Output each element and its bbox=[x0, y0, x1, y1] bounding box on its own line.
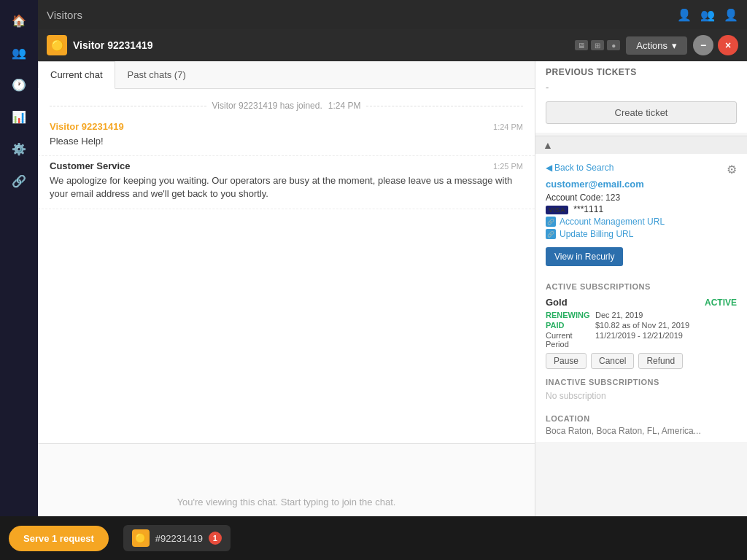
platform-icons: 🖥 ⊞ ● bbox=[575, 40, 620, 50]
chat-badge: 1 bbox=[209, 532, 222, 545]
account-management-link[interactable]: 🔗 Account Management URL bbox=[546, 217, 737, 227]
sidebar-icon-settings[interactable]: ⚙️ bbox=[6, 136, 32, 162]
system-message-time: 1:24 PM bbox=[328, 101, 361, 111]
actions-button[interactable]: Actions ▾ bbox=[626, 36, 687, 55]
account-code-value: 123 bbox=[605, 192, 620, 203]
chat-preview[interactable]: 🟡 #92231419 1 bbox=[123, 525, 231, 551]
card-number: ***1111 bbox=[573, 204, 603, 214]
chat-panel: Current chat Past chats (7) Visitor 9223… bbox=[38, 61, 535, 560]
previous-tickets-section: Previous tickets - Create ticket bbox=[535, 61, 747, 133]
renewing-value: Dec 21, 2019 bbox=[595, 311, 643, 319]
customer-email[interactable]: customer@email.com bbox=[546, 179, 737, 190]
link-icon-account: 🔗 bbox=[546, 217, 556, 227]
topbar-icons: 👤 👥 👤 bbox=[677, 8, 738, 22]
period-label: Current Period bbox=[546, 331, 589, 349]
user-icon: 👤 bbox=[677, 8, 692, 22]
visitor-msg-text: Please Help! bbox=[50, 135, 523, 148]
card-row: VISA ***1111 bbox=[546, 204, 737, 214]
location-text: Boca Raton, Boca Raton, FL, America... bbox=[546, 426, 737, 436]
subscription-name: Gold bbox=[546, 297, 568, 308]
agent-msg-header: Customer Service 1:25 PM bbox=[50, 160, 523, 173]
tab-current-chat[interactable]: Current chat bbox=[38, 61, 115, 89]
chat-preview-id: #92231419 bbox=[155, 533, 203, 544]
topbar: Visitors 👤 👥 👤 bbox=[38, 0, 747, 29]
sidebar-icon-home[interactable]: 🏠 bbox=[6, 7, 32, 34]
account-management-label: Account Management URL bbox=[560, 217, 665, 227]
visitor-msg-time: 1:24 PM bbox=[493, 122, 523, 131]
modal: 🟡 Visitor 92231419 🖥 ⊞ ● Actions ▾ − × bbox=[38, 29, 747, 560]
sidebar-icon-users[interactable]: 👥 bbox=[6, 39, 32, 66]
view-recurly-button[interactable]: View in Recurly bbox=[546, 247, 623, 266]
actions-chevron-icon: ▾ bbox=[672, 40, 677, 51]
windows-icon: ⊞ bbox=[591, 40, 604, 50]
customer-card: ⚙ ◀ Back to Search customer@email.com Ac… bbox=[535, 154, 747, 275]
visitor-msg-header: Visitor 92231419 1:24 PM bbox=[50, 121, 523, 133]
active-subscriptions-section: ACTIVE SUBSCRIPTIONS Gold ACTIVE RENEWIN… bbox=[535, 275, 747, 408]
profile-icon: 👤 bbox=[724, 8, 738, 22]
actions-label: Actions bbox=[636, 40, 667, 51]
current-chat-label: Current chat bbox=[50, 69, 103, 80]
system-message: Visitor 92231419 has joined. 1:24 PM bbox=[38, 95, 535, 117]
collapse-arrow-icon: ▲ bbox=[543, 139, 553, 151]
modal-controls: − × bbox=[693, 35, 738, 55]
location-title: Location bbox=[546, 414, 737, 423]
previous-tickets-value: - bbox=[535, 80, 747, 98]
agent-msg-time: 1:25 PM bbox=[493, 162, 523, 171]
update-billing-label: Update Billing URL bbox=[560, 229, 633, 239]
modal-title: Visitor 92231419 bbox=[73, 39, 569, 51]
period-value: 11/21/2019 - 12/21/2019 bbox=[595, 331, 683, 349]
subscription-status: ACTIVE bbox=[705, 298, 737, 308]
visitor-message: Visitor 92231419 1:24 PM Please Help! bbox=[38, 117, 535, 156]
back-to-search[interactable]: ◀ Back to Search bbox=[546, 163, 737, 173]
renewing-row: RENEWING Dec 21, 2019 bbox=[546, 311, 737, 319]
link-icon-billing: 🔗 bbox=[546, 229, 556, 239]
monitor-icon: 🖥 bbox=[575, 40, 588, 50]
cancel-button[interactable]: Cancel bbox=[591, 353, 634, 369]
subscription-actions: Pause Cancel Refund bbox=[546, 353, 737, 369]
pause-button[interactable]: Pause bbox=[546, 353, 587, 369]
account-code-row: Account Code: 123 bbox=[546, 192, 737, 203]
period-row: Current Period 11/21/2019 - 12/21/2019 bbox=[546, 331, 737, 349]
browser-icon: ● bbox=[607, 40, 620, 50]
right-panel: Previous tickets - Create ticket ▲ ⚙ ◀ B… bbox=[535, 61, 747, 560]
sidebar: 🏠 👥 🕐 📊 ⚙️ 🔗 bbox=[0, 0, 38, 560]
chat-hint: You're viewing this chat. Start typing t… bbox=[177, 497, 396, 508]
location-section: Location Boca Raton, Boca Raton, FL, Ame… bbox=[535, 408, 747, 442]
serve-request-button[interactable]: Serve 1 request bbox=[9, 526, 109, 551]
subscription-header: Gold ACTIVE bbox=[546, 297, 737, 308]
update-billing-link[interactable]: 🔗 Update Billing URL bbox=[546, 229, 737, 239]
paid-value: $10.82 as of Nov 21, 2019 bbox=[595, 321, 689, 330]
back-search-label: Back to Search bbox=[554, 163, 614, 173]
create-ticket-button[interactable]: Create ticket bbox=[546, 101, 737, 124]
minimize-button[interactable]: − bbox=[693, 35, 713, 55]
refund-button[interactable]: Refund bbox=[638, 353, 683, 369]
sidebar-icon-history[interactable]: 🕐 bbox=[6, 71, 32, 98]
sidebar-icon-integrations[interactable]: 🔗 bbox=[6, 168, 32, 194]
close-button[interactable]: × bbox=[718, 35, 738, 55]
previous-tickets-title: Previous tickets bbox=[535, 61, 747, 80]
visitor-sender: Visitor 92231419 bbox=[50, 121, 124, 132]
chat-tabs: Current chat Past chats (7) bbox=[38, 61, 535, 89]
chat-messages: Visitor 92231419 has joined. 1:24 PM Vis… bbox=[38, 89, 535, 443]
account-code-label: Account Code: bbox=[546, 192, 603, 203]
agent-msg-text: We apologize for keeping you waiting. Ou… bbox=[50, 174, 523, 201]
tab-past-chats[interactable]: Past chats (7) bbox=[115, 61, 198, 88]
system-message-text: Visitor 92231419 has joined. bbox=[212, 101, 322, 111]
sidebar-icon-stats[interactable]: 📊 bbox=[6, 104, 32, 130]
agent-sender: Customer Service bbox=[50, 160, 131, 171]
collapse-bar[interactable]: ▲ bbox=[535, 136, 747, 154]
back-arrow-icon: ◀ bbox=[546, 163, 552, 173]
inactive-subscriptions-title: INACTIVE SUBSCRIPTIONS bbox=[546, 378, 737, 386]
active-subscriptions-title: ACTIVE SUBSCRIPTIONS bbox=[546, 282, 737, 291]
page-title: Visitors bbox=[47, 9, 82, 21]
renewing-label: RENEWING bbox=[546, 311, 589, 319]
modal-body: Current chat Past chats (7) Visitor 9223… bbox=[38, 61, 747, 560]
chat-preview-icon: 🟡 bbox=[132, 529, 150, 547]
visa-badge: VISA bbox=[546, 206, 568, 214]
group-icon: 👥 bbox=[700, 8, 715, 22]
past-chats-label: Past chats (7) bbox=[128, 69, 186, 80]
paid-row: PAID $10.82 as of Nov 21, 2019 bbox=[546, 321, 737, 330]
gear-button[interactable]: ⚙ bbox=[727, 163, 737, 176]
paid-label: PAID bbox=[546, 321, 589, 330]
modal-container: 🟡 Visitor 92231419 🖥 ⊞ ● Actions ▾ − × bbox=[38, 29, 747, 560]
